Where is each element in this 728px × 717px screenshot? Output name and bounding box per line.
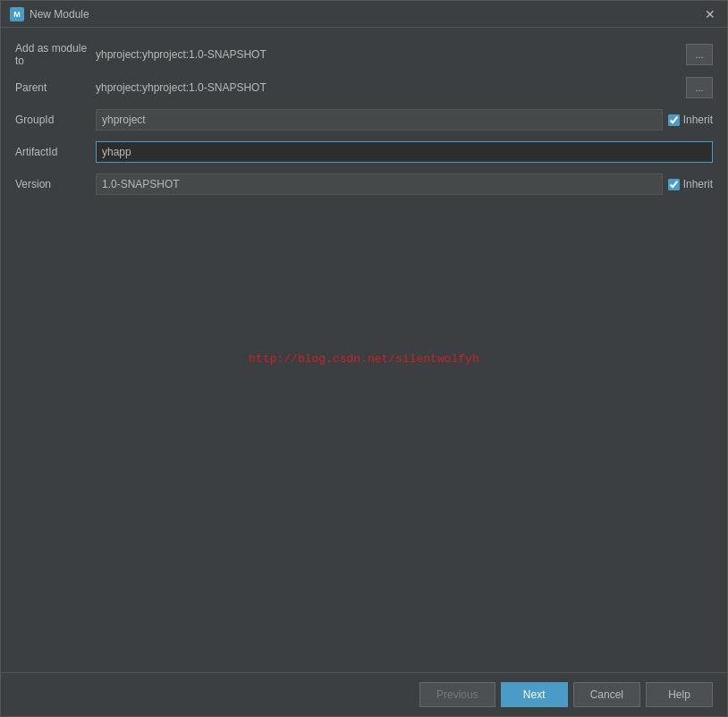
dialog-title: New Module (30, 8, 89, 21)
close-button[interactable]: ✕ (702, 6, 718, 22)
title-bar-left: M New Module (10, 7, 89, 21)
group-id-row: GroupId Inherit (15, 108, 713, 131)
version-inherit-checkbox[interactable] (668, 179, 680, 190)
footer: Previous Next Cancel Help (1, 672, 727, 716)
group-id-inherit[interactable]: Inherit (668, 114, 713, 126)
version-inherit-label: Inherit (683, 178, 713, 190)
next-button[interactable]: Next (501, 682, 568, 707)
title-bar: M New Module ✕ (1, 1, 727, 28)
version-row: Version Inherit (15, 173, 713, 196)
parent-value: yhproject:yhproject:1.0-SNAPSHOT (96, 81, 681, 94)
parent-row: Parent yhproject:yhproject:1.0-SNAPSHOT … (15, 76, 713, 99)
artifact-id-row: ArtifactId (15, 140, 713, 164)
group-id-input[interactable] (96, 109, 663, 131)
artifact-id-label: ArtifactId (15, 146, 96, 158)
version-input[interactable] (96, 173, 663, 195)
parent-dots-button[interactable]: ... (686, 77, 713, 98)
group-id-label: GroupId (15, 114, 96, 126)
add-as-module-dots-button[interactable]: ... (686, 44, 713, 65)
help-button[interactable]: Help (646, 682, 713, 707)
artifact-id-input[interactable] (96, 141, 713, 163)
cancel-button[interactable]: Cancel (573, 682, 640, 707)
version-inherit[interactable]: Inherit (668, 178, 713, 190)
group-id-inherit-checkbox[interactable] (668, 114, 680, 126)
group-id-inherit-label: Inherit (683, 114, 713, 126)
version-label: Version (15, 178, 96, 190)
parent-label: Parent (15, 81, 96, 94)
previous-button[interactable]: Previous (419, 682, 495, 707)
content-area: Add as module to yhproject:yhproject:1.0… (1, 28, 727, 672)
add-as-module-row: Add as module to yhproject:yhproject:1.0… (15, 42, 713, 67)
new-module-dialog: M New Module ✕ Add as module to yhprojec… (0, 0, 728, 717)
watermark: http://blog.csdn.net/silentwolfyh (249, 352, 478, 366)
add-as-module-label: Add as module to (15, 42, 96, 67)
add-as-module-value: yhproject:yhproject:1.0-SNAPSHOT (96, 48, 681, 61)
dialog-icon: M (10, 7, 24, 21)
